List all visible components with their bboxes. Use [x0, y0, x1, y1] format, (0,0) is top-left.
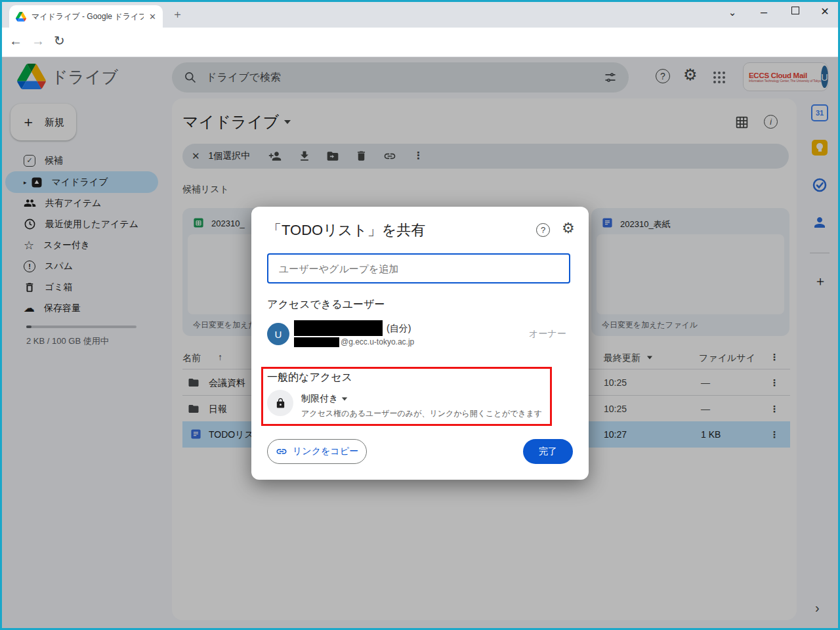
done-label: 完了 [539, 446, 557, 457]
dialog-settings-gear-icon[interactable]: ⚙ [562, 220, 575, 237]
link-icon [276, 446, 287, 457]
frame-edge [0, 0, 2, 630]
dialog-help-icon[interactable]: ? [536, 223, 550, 237]
people-with-access-label: アクセスできるユーザー [267, 298, 385, 312]
frame-edge [0, 0, 840, 2]
browser-tab[interactable]: マイドライブ - Google ドライブ ✕ [9, 5, 163, 28]
redacted-owner-name [294, 320, 383, 336]
copy-link-label: リンクをコピー [293, 446, 358, 457]
owner-email-domain: @g.ecc.u-tokyo.ac.jp [341, 337, 414, 346]
window-minimize-button[interactable]: – [756, 5, 772, 19]
screenshot-root: マイドライブ - Google ドライブ ✕ ＋ ⌄ – ✕ ← → ↻ dri… [0, 0, 840, 630]
done-button[interactable]: 完了 [523, 439, 573, 464]
owner-avatar: U [267, 323, 289, 345]
dialog-title: 「TODOリスト」を共有 [267, 220, 425, 240]
share-dialog: 「TODOリスト」を共有 ? ⚙ アクセスできるユーザー U (自分) @g.e… [251, 207, 589, 480]
add-people-input[interactable] [267, 253, 570, 284]
browser-tab-strip: マイドライブ - Google ドライブ ✕ ＋ ⌄ – ✕ [0, 0, 840, 28]
copy-link-button[interactable]: リンクをコピー [267, 439, 367, 464]
tab-close-icon[interactable]: ✕ [149, 12, 156, 22]
tab-search-chevron-icon[interactable]: ⌄ [724, 7, 740, 18]
owner-role-label: オーナー [529, 328, 566, 340]
window-close-button[interactable]: ✕ [817, 5, 833, 18]
annotation-red-box [261, 367, 552, 426]
window-maximize-button[interactable] [791, 7, 799, 14]
tab-title: マイドライブ - Google ドライブ [32, 11, 144, 22]
drive-favicon [16, 12, 26, 22]
forward-button[interactable]: → [32, 33, 45, 49]
owner-self-label: (自分) [387, 323, 411, 335]
reload-button[interactable]: ↻ [54, 33, 65, 49]
new-tab-button[interactable]: ＋ [172, 7, 183, 22]
back-button[interactable]: ← [9, 33, 22, 49]
redacted-owner-email [294, 337, 339, 347]
browser-toolbar: ← → ↻ drive.google.com/drive/my-drive U … [0, 28, 840, 57]
